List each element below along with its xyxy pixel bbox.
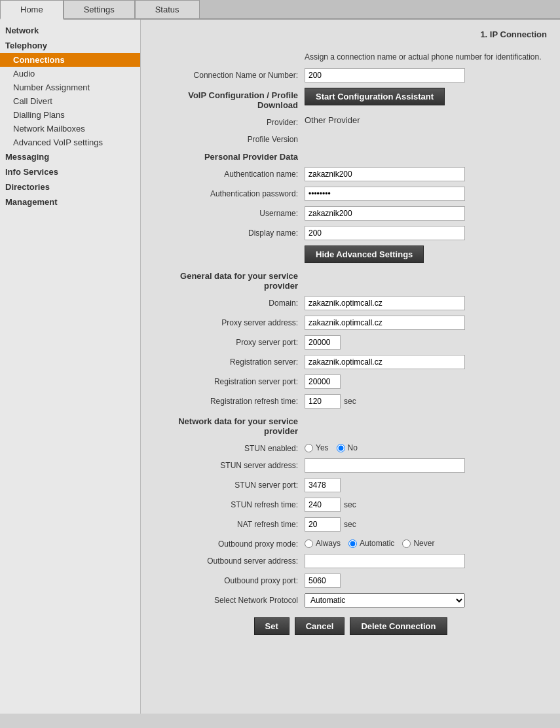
outbound-server-row: Outbound server address:	[154, 554, 547, 568]
stun-radio-group: Yes No	[305, 441, 547, 452]
username-label: Username:	[154, 206, 305, 218]
outbound-server-input[interactable]	[305, 554, 465, 568]
reg-server-port-row: Registration server port:	[154, 374, 547, 389]
auth-password-input[interactable]	[305, 187, 465, 201]
auth-name-row: Authentication name:	[154, 167, 547, 181]
provider-label: Provider:	[154, 115, 305, 127]
nat-refresh-row: NAT refresh time: sec	[154, 517, 547, 532]
personal-provider-row: Personal Provider Data	[154, 149, 547, 162]
provider-row: Provider: Other Provider	[154, 115, 547, 127]
reg-server-port-input[interactable]	[305, 374, 341, 389]
stun-refresh-label: STUN refresh time:	[154, 498, 305, 509]
outbound-automatic-label: Automatic	[360, 539, 394, 548]
outbound-always-option[interactable]: Always	[305, 539, 341, 548]
connection-name-row: Connection Name or Number:	[154, 68, 547, 82]
stun-no-label: No	[348, 443, 358, 452]
nat-refresh-suffix: sec	[344, 520, 356, 529]
sidebar-item-advanced-voip[interactable]: Advanced VoIP settings	[0, 136, 140, 149]
outbound-never-radio[interactable]	[402, 539, 411, 548]
sidebar-item-call-divert[interactable]: Call Divert	[0, 94, 140, 108]
reg-server-input[interactable]	[305, 355, 465, 369]
outbound-always-radio[interactable]	[305, 539, 313, 548]
tab-home[interactable]: Home	[0, 0, 64, 20]
stun-address-label: STUN server address:	[154, 458, 305, 470]
general-data-row: General data for your service provider	[154, 268, 547, 291]
assign-info-text: Assign a connection name or actual phone…	[305, 52, 542, 62]
select-network-input[interactable]: Automatic UDP TCP TLS	[305, 593, 465, 608]
sidebar-item-network[interactable]: Network	[0, 23, 140, 38]
personal-provider-label: Personal Provider Data	[154, 149, 305, 162]
domain-row: Domain:	[154, 296, 547, 310]
stun-yes-option[interactable]: Yes	[305, 443, 329, 452]
ip-connection-heading-row: 1. IP Connection	[154, 29, 547, 47]
select-network-label: Select Network Protocol	[154, 593, 305, 605]
sidebar-item-messaging[interactable]: Messaging	[0, 149, 140, 164]
reg-server-port-label: Registration server port:	[154, 374, 305, 386]
outbound-always-label: Always	[316, 539, 341, 548]
stun-yes-label: Yes	[316, 443, 329, 452]
hide-advanced-button[interactable]: Hide Advanced Settings	[305, 246, 424, 263]
domain-input[interactable]	[305, 296, 465, 310]
stun-no-option[interactable]: No	[337, 443, 358, 452]
set-button[interactable]: Set	[254, 617, 289, 635]
sidebar-item-audio[interactable]: Audio	[0, 67, 140, 81]
outbound-server-label: Outbound server address:	[154, 554, 305, 566]
reg-refresh-row: Registration refresh time: sec	[154, 394, 547, 409]
delete-connection-button[interactable]: Delete Connection	[350, 617, 447, 635]
stun-refresh-row: STUN refresh time: sec	[154, 498, 547, 512]
outbound-automatic-option[interactable]: Automatic	[348, 539, 394, 548]
reg-server-row: Registration server:	[154, 355, 547, 369]
proxy-port-label: Proxy server port:	[154, 335, 305, 347]
username-input[interactable]	[305, 206, 465, 221]
start-config-button[interactable]: Start Configuration Assistant	[305, 88, 445, 105]
content-area: 1. IP Connection Assign a connection nam…	[141, 20, 560, 714]
profile-version-row: Profile Version	[154, 132, 547, 144]
ip-connection-heading: 1. IP Connection	[305, 29, 547, 39]
sidebar-item-management[interactable]: Management	[0, 194, 140, 209]
proxy-address-input[interactable]	[305, 316, 465, 330]
tab-status[interactable]: Status	[135, 0, 200, 18]
reg-server-label: Registration server:	[154, 355, 305, 367]
voip-config-label: VoIP Configuration / Profile Download	[154, 88, 305, 110]
outbound-proxy-radio-group: Always Automatic Never	[305, 537, 547, 548]
stun-no-radio[interactable]	[337, 444, 345, 452]
assign-info-row: Assign a connection name or actual phone…	[154, 52, 547, 62]
sidebar-item-connections[interactable]: Connections	[0, 53, 140, 67]
stun-yes-radio[interactable]	[305, 444, 313, 452]
stun-address-input[interactable]	[305, 458, 465, 473]
outbound-proxy-mode-label: Outbound proxy mode:	[154, 537, 305, 549]
sidebar-item-number-assignment[interactable]: Number Assignment	[0, 81, 140, 94]
stun-refresh-input[interactable]	[305, 498, 341, 512]
sidebar-item-directories[interactable]: Directories	[0, 179, 140, 194]
outbound-proxy-port-input[interactable]	[305, 573, 341, 588]
display-name-input[interactable]	[305, 226, 465, 240]
sidebar-item-info-services[interactable]: Info Services	[0, 164, 140, 179]
connection-name-label: Connection Name or Number:	[154, 68, 305, 80]
nat-refresh-input[interactable]	[305, 517, 341, 532]
tab-settings[interactable]: Settings	[64, 0, 135, 18]
reg-refresh-label: Registration refresh time:	[154, 394, 305, 406]
voip-config-row: VoIP Configuration / Profile Download St…	[154, 88, 547, 110]
outbound-automatic-radio[interactable]	[348, 539, 357, 548]
sidebar: Network Telephony Connections Audio Numb…	[0, 20, 141, 714]
sidebar-item-network-mailboxes[interactable]: Network Mailboxes	[0, 122, 140, 136]
auth-name-input[interactable]	[305, 167, 465, 181]
display-name-row: Display name:	[154, 226, 547, 240]
hide-advanced-row: Hide Advanced Settings	[154, 246, 547, 263]
select-network-row: Select Network Protocol Automatic UDP TC…	[154, 593, 547, 608]
sidebar-item-telephony[interactable]: Telephony	[0, 38, 140, 53]
outbound-never-option[interactable]: Never	[402, 539, 434, 548]
proxy-port-input[interactable]	[305, 335, 341, 350]
connection-name-input[interactable]	[305, 68, 465, 82]
bottom-buttons: Set Cancel Delete Connection	[154, 617, 547, 635]
nat-refresh-label: NAT refresh time:	[154, 517, 305, 529]
sidebar-item-dialling-plans[interactable]: Dialling Plans	[0, 108, 140, 122]
stun-port-input[interactable]	[305, 478, 341, 492]
outbound-proxy-mode-row: Outbound proxy mode: Always Automatic Ne…	[154, 537, 547, 549]
network-data-label: Network data for your service provider	[154, 414, 305, 436]
stun-address-row: STUN server address:	[154, 458, 547, 473]
proxy-address-label: Proxy server address:	[154, 316, 305, 327]
cancel-button[interactable]: Cancel	[295, 617, 345, 635]
reg-refresh-input[interactable]	[305, 394, 341, 409]
reg-refresh-suffix: sec	[344, 397, 356, 406]
